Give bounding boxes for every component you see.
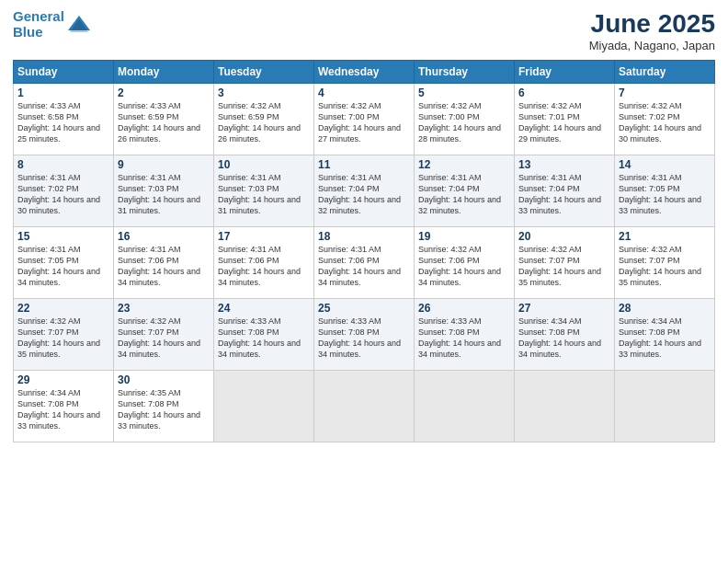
day-info: Sunrise: 4:31 AMSunset: 7:06 PMDaylight:… <box>318 244 410 289</box>
weekday-header-wednesday: Wednesday <box>314 61 415 84</box>
day-info: Sunrise: 4:33 AMSunset: 7:08 PMDaylight:… <box>418 316 510 361</box>
day-number: 13 <box>518 158 610 171</box>
day-number: 24 <box>218 302 310 315</box>
day-info: Sunrise: 4:31 AMSunset: 7:03 PMDaylight:… <box>218 172 310 217</box>
calendar-cell: 8Sunrise: 4:31 AMSunset: 7:02 PMDaylight… <box>14 155 114 227</box>
day-info: Sunrise: 4:34 AMSunset: 7:08 PMDaylight:… <box>619 316 711 361</box>
weekday-header-row: SundayMondayTuesdayWednesdayThursdayFrid… <box>14 61 715 84</box>
day-number: 8 <box>17 158 109 171</box>
calendar-cell: 10Sunrise: 4:31 AMSunset: 7:03 PMDayligh… <box>214 155 314 227</box>
week-row-4: 22Sunrise: 4:32 AMSunset: 7:07 PMDayligh… <box>14 299 715 371</box>
day-info: Sunrise: 4:33 AMSunset: 7:08 PMDaylight:… <box>218 316 310 361</box>
calendar-cell <box>314 371 415 442</box>
weekday-header-sunday: Sunday <box>14 61 114 84</box>
day-info: Sunrise: 4:35 AMSunset: 7:08 PMDaylight:… <box>118 387 210 432</box>
day-number: 1 <box>17 86 109 99</box>
day-info: Sunrise: 4:34 AMSunset: 7:08 PMDaylight:… <box>17 387 109 432</box>
week-row-2: 8Sunrise: 4:31 AMSunset: 7:02 PMDaylight… <box>14 155 715 227</box>
calendar-table: SundayMondayTuesdayWednesdayThursdayFrid… <box>13 60 715 442</box>
calendar-cell: 25Sunrise: 4:33 AMSunset: 7:08 PMDayligh… <box>314 299 415 371</box>
day-info: Sunrise: 4:31 AMSunset: 7:03 PMDaylight:… <box>118 172 210 217</box>
day-info: Sunrise: 4:31 AMSunset: 7:04 PMDaylight:… <box>418 172 510 217</box>
day-number: 15 <box>17 230 109 243</box>
calendar-cell: 12Sunrise: 4:31 AMSunset: 7:04 PMDayligh… <box>415 155 515 227</box>
day-info: Sunrise: 4:34 AMSunset: 7:08 PMDaylight:… <box>518 316 610 361</box>
day-info: Sunrise: 4:32 AMSunset: 7:02 PMDaylight:… <box>619 100 711 145</box>
month-title: June 2025 <box>589 9 715 39</box>
day-number: 17 <box>218 230 310 243</box>
page-header: GeneralBlue June 2025 Miyada, Nagano, Ja… <box>13 9 715 52</box>
calendar-cell: 26Sunrise: 4:33 AMSunset: 7:08 PMDayligh… <box>415 299 515 371</box>
weekday-header-saturday: Saturday <box>615 61 715 84</box>
week-row-3: 15Sunrise: 4:31 AMSunset: 7:05 PMDayligh… <box>14 227 715 299</box>
day-info: Sunrise: 4:31 AMSunset: 7:05 PMDaylight:… <box>17 244 109 289</box>
day-info: Sunrise: 4:32 AMSunset: 7:00 PMDaylight:… <box>318 100 410 145</box>
week-row-1: 1Sunrise: 4:33 AMSunset: 6:58 PMDaylight… <box>14 84 715 155</box>
calendar-cell: 2Sunrise: 4:33 AMSunset: 6:59 PMDaylight… <box>114 84 214 155</box>
logo-icon <box>66 12 92 38</box>
calendar-cell: 6Sunrise: 4:32 AMSunset: 7:01 PMDaylight… <box>515 84 615 155</box>
day-info: Sunrise: 4:31 AMSunset: 7:05 PMDaylight:… <box>619 172 711 217</box>
day-number: 5 <box>418 86 510 99</box>
day-number: 7 <box>619 86 711 99</box>
day-info: Sunrise: 4:32 AMSunset: 7:00 PMDaylight:… <box>418 100 510 145</box>
calendar-cell: 4Sunrise: 4:32 AMSunset: 7:00 PMDaylight… <box>314 84 415 155</box>
day-number: 14 <box>619 158 711 171</box>
calendar-cell: 15Sunrise: 4:31 AMSunset: 7:05 PMDayligh… <box>14 227 114 299</box>
calendar-cell: 11Sunrise: 4:31 AMSunset: 7:04 PMDayligh… <box>314 155 415 227</box>
logo-text: GeneralBlue <box>13 9 64 40</box>
day-info: Sunrise: 4:32 AMSunset: 7:07 PMDaylight:… <box>518 244 610 289</box>
day-number: 10 <box>218 158 310 171</box>
calendar-cell <box>214 371 314 442</box>
day-info: Sunrise: 4:32 AMSunset: 7:07 PMDaylight:… <box>619 244 711 289</box>
location: Miyada, Nagano, Japan <box>589 39 715 52</box>
calendar-cell: 30Sunrise: 4:35 AMSunset: 7:08 PMDayligh… <box>114 371 214 442</box>
calendar-cell: 3Sunrise: 4:32 AMSunset: 6:59 PMDaylight… <box>214 84 314 155</box>
day-number: 30 <box>118 373 210 386</box>
day-info: Sunrise: 4:32 AMSunset: 7:01 PMDaylight:… <box>518 100 610 145</box>
weekday-header-monday: Monday <box>114 61 214 84</box>
day-info: Sunrise: 4:33 AMSunset: 6:58 PMDaylight:… <box>17 100 109 145</box>
weekday-header-tuesday: Tuesday <box>214 61 314 84</box>
day-number: 21 <box>619 230 711 243</box>
logo: GeneralBlue <box>13 9 92 40</box>
day-info: Sunrise: 4:32 AMSunset: 6:59 PMDaylight:… <box>218 100 310 145</box>
weekday-header-friday: Friday <box>515 61 615 84</box>
calendar-cell: 9Sunrise: 4:31 AMSunset: 7:03 PMDaylight… <box>114 155 214 227</box>
calendar-cell: 29Sunrise: 4:34 AMSunset: 7:08 PMDayligh… <box>14 371 114 442</box>
day-number: 23 <box>118 302 210 315</box>
day-info: Sunrise: 4:32 AMSunset: 7:07 PMDaylight:… <box>17 316 109 361</box>
day-number: 22 <box>17 302 109 315</box>
day-number: 28 <box>619 302 711 315</box>
day-info: Sunrise: 4:32 AMSunset: 7:07 PMDaylight:… <box>118 316 210 361</box>
calendar-cell: 19Sunrise: 4:32 AMSunset: 7:06 PMDayligh… <box>415 227 515 299</box>
title-block: June 2025 Miyada, Nagano, Japan <box>589 9 715 52</box>
calendar-cell: 22Sunrise: 4:32 AMSunset: 7:07 PMDayligh… <box>14 299 114 371</box>
calendar-cell <box>415 371 515 442</box>
day-number: 11 <box>318 158 410 171</box>
day-number: 4 <box>318 86 410 99</box>
day-number: 12 <box>418 158 510 171</box>
calendar-cell: 27Sunrise: 4:34 AMSunset: 7:08 PMDayligh… <box>515 299 615 371</box>
calendar-cell: 18Sunrise: 4:31 AMSunset: 7:06 PMDayligh… <box>314 227 415 299</box>
calendar-cell: 13Sunrise: 4:31 AMSunset: 7:04 PMDayligh… <box>515 155 615 227</box>
day-number: 6 <box>518 86 610 99</box>
day-info: Sunrise: 4:31 AMSunset: 7:04 PMDaylight:… <box>518 172 610 217</box>
calendar-cell: 16Sunrise: 4:31 AMSunset: 7:06 PMDayligh… <box>114 227 214 299</box>
day-number: 3 <box>218 86 310 99</box>
calendar-cell: 5Sunrise: 4:32 AMSunset: 7:00 PMDaylight… <box>415 84 515 155</box>
calendar-cell: 1Sunrise: 4:33 AMSunset: 6:58 PMDaylight… <box>14 84 114 155</box>
day-number: 2 <box>118 86 210 99</box>
day-number: 16 <box>118 230 210 243</box>
calendar-cell: 24Sunrise: 4:33 AMSunset: 7:08 PMDayligh… <box>214 299 314 371</box>
calendar-cell: 23Sunrise: 4:32 AMSunset: 7:07 PMDayligh… <box>114 299 214 371</box>
day-info: Sunrise: 4:33 AMSunset: 6:59 PMDaylight:… <box>118 100 210 145</box>
calendar-cell: 17Sunrise: 4:31 AMSunset: 7:06 PMDayligh… <box>214 227 314 299</box>
day-info: Sunrise: 4:31 AMSunset: 7:02 PMDaylight:… <box>17 172 109 217</box>
calendar-cell <box>515 371 615 442</box>
calendar-cell: 21Sunrise: 4:32 AMSunset: 7:07 PMDayligh… <box>615 227 715 299</box>
day-number: 29 <box>17 373 109 386</box>
day-number: 20 <box>518 230 610 243</box>
calendar-cell: 28Sunrise: 4:34 AMSunset: 7:08 PMDayligh… <box>615 299 715 371</box>
calendar-cell: 7Sunrise: 4:32 AMSunset: 7:02 PMDaylight… <box>615 84 715 155</box>
